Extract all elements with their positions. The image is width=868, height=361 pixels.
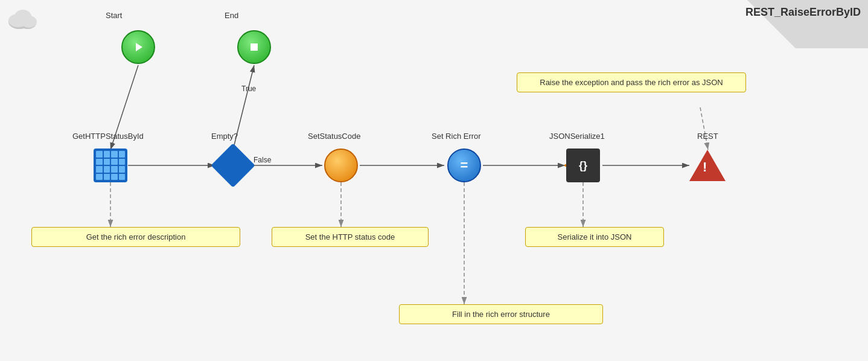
- annotation-serialize: Serialize it into JSON: [525, 227, 664, 247]
- start-node[interactable]: [121, 30, 155, 64]
- setrich-icon: =: [447, 149, 481, 182]
- end-icon: [237, 30, 271, 64]
- annotation-get-rich: Get the rich error description: [31, 227, 240, 247]
- empty-label: Empty?: [211, 132, 238, 141]
- svg-point-7: [21, 16, 37, 28]
- setstatus-icon: [324, 149, 358, 182]
- annotation-raise: Raise the exception and pass the rich er…: [517, 72, 746, 92]
- gethttp-icon: [94, 149, 127, 182]
- start-icon: [121, 30, 155, 64]
- annotation-fill-rich: Fill in the rich error structure: [399, 304, 603, 324]
- json-icon: [566, 149, 600, 182]
- setrich-label: Set Rich Error: [432, 132, 481, 141]
- setstatus-node[interactable]: [324, 149, 358, 182]
- svg-marker-22: [136, 43, 142, 51]
- json-node[interactable]: [566, 149, 600, 182]
- rest-label: REST: [697, 132, 718, 141]
- setrich-node[interactable]: =: [447, 149, 481, 182]
- page-title: REST_RaiseErrorByID: [745, 6, 861, 19]
- true-label: True: [241, 85, 256, 93]
- empty-icon: [216, 149, 250, 182]
- svg-rect-23: [251, 43, 258, 51]
- annotation-set-http: Set the HTTP status code: [272, 227, 429, 247]
- cloud-icon: [6, 6, 42, 30]
- false-label: False: [254, 156, 271, 164]
- end-node[interactable]: [237, 30, 271, 64]
- workflow-canvas: REST_RaiseErrorByID: [0, 0, 868, 361]
- gethttp-label: GetHTTPStatusById: [72, 132, 144, 141]
- start-label: Start: [106, 11, 122, 20]
- end-label: End: [225, 11, 238, 20]
- setstatus-label: SetStatusCode: [308, 132, 360, 141]
- svg-line-21: [700, 107, 708, 150]
- json-label: JSONSerialize1: [549, 132, 605, 141]
- rest-node[interactable]: [689, 149, 726, 182]
- empty-node[interactable]: [216, 149, 250, 182]
- rest-icon: [689, 149, 726, 182]
- gethttp-node[interactable]: [94, 149, 127, 182]
